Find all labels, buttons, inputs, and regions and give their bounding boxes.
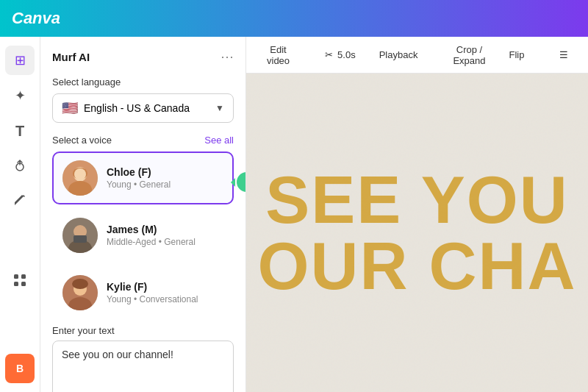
- voice-card-kylie[interactable]: Kylie (F) Young • Conversational: [52, 266, 234, 319]
- canva-logo: Canva: [12, 9, 60, 28]
- svg-point-17: [72, 279, 88, 289]
- svg-rect-3: [14, 282, 18, 286]
- crop-expand-label: Crop / Expand: [453, 44, 485, 66]
- topbar: Canva: [0, 0, 588, 37]
- sidebar-icon-draw[interactable]: [5, 187, 35, 216]
- sidebar-icon-grid[interactable]: ⊞: [5, 46, 35, 75]
- edit-video-button[interactable]: Edit video: [258, 40, 298, 71]
- chevron-down-icon: ▼: [215, 103, 224, 113]
- murf-ai-panel: Murf AI ⋯ Select language 🇺🇸 English - U…: [40, 37, 246, 392]
- language-flag: 🇺🇸: [62, 100, 78, 116]
- sidebar-icon-elements[interactable]: ✦: [5, 81, 35, 110]
- edit-video-label: Edit video: [267, 44, 290, 66]
- canvas-text-line2: OUR CHA: [258, 233, 577, 299]
- playback-button[interactable]: Playback: [370, 45, 427, 65]
- sidebar-icon-brand[interactable]: B: [5, 354, 35, 383]
- chloe-name: Chloe (F): [107, 166, 171, 178]
- canvas-text: SEE YOU OUR CHA: [258, 167, 577, 299]
- text-area-wrapper: 18/1000: [52, 341, 234, 392]
- kylie-name: Kylie (F): [107, 281, 198, 293]
- language-dropdown[interactable]: 🇺🇸 English - US & Canada ▼: [52, 93, 234, 123]
- apps-icon: [12, 272, 28, 292]
- canvas-area: SEE YOU OUR CHA: [246, 74, 588, 392]
- text-input[interactable]: [62, 349, 224, 392]
- james-info: James (M) Middle-Aged • General: [107, 224, 196, 247]
- kylie-info: Kylie (F) Young • Conversational: [107, 281, 198, 304]
- video-toolbar: Edit video ✂ 5.0s Playback Crop / Expand…: [246, 37, 588, 74]
- language-section-label: Select language: [52, 76, 234, 88]
- menu-icon: ☰: [559, 49, 568, 60]
- kylie-avatar: [62, 275, 98, 310]
- james-desc: Middle-Aged • General: [107, 237, 196, 247]
- sidebar-icon-upload[interactable]: [5, 152, 35, 181]
- svg-rect-2: [21, 274, 26, 279]
- sidebar-icon-text[interactable]: T: [5, 116, 35, 146]
- draw-icon: [12, 193, 27, 211]
- chloe-info: Chloe (F) Young • General: [107, 166, 171, 190]
- flip-label: Flip: [509, 49, 525, 60]
- language-name: English - US & Canada: [84, 102, 190, 114]
- canvas-text-line1: SEE YOU: [258, 167, 577, 233]
- svg-point-9: [74, 168, 86, 180]
- grid-icon: ⊞: [15, 52, 26, 68]
- text-section: Enter your text 18/1000: [52, 325, 234, 392]
- kollins-tooltip: Kollins: [237, 172, 246, 192]
- canvas-background: SEE YOU OUR CHA: [246, 74, 588, 392]
- flip-button[interactable]: Flip: [501, 45, 534, 65]
- voice-card-chloe[interactable]: Chloe (F) Young • General: [52, 152, 234, 204]
- voice-section-header: Select a voice See all: [52, 135, 234, 146]
- upload-icon: [12, 157, 28, 177]
- voice-section-label: Select a voice: [52, 135, 112, 146]
- volume-button[interactable]: 🔊: [583, 45, 588, 65]
- enter-text-label: Enter your text: [52, 325, 234, 336]
- chloe-voice-container: Chloe (F) Young • General Kollins: [52, 152, 234, 204]
- duration-label: 5.0s: [337, 49, 356, 60]
- kylie-desc: Young • Conversational: [107, 294, 198, 304]
- chloe-avatar: [62, 160, 98, 196]
- svg-rect-1: [14, 274, 18, 279]
- menu-button[interactable]: ☰: [551, 45, 577, 65]
- sidebar-icon-apps[interactable]: [5, 268, 35, 297]
- brand-icon: B: [16, 363, 24, 374]
- chloe-desc: Young • General: [107, 179, 171, 190]
- elements-icon: ✦: [15, 88, 26, 104]
- scissors-icon: ✂: [325, 49, 333, 60]
- panel-header: Murf AI ⋯: [52, 49, 234, 65]
- svg-rect-13: [74, 235, 87, 243]
- panel-title: Murf AI: [52, 51, 90, 63]
- svg-rect-4: [21, 282, 26, 286]
- sidebar: ⊞ ✦ T B: [0, 37, 40, 392]
- text-icon: T: [15, 123, 24, 140]
- james-avatar: [62, 218, 98, 253]
- voice-card-james[interactable]: James (M) Middle-Aged • General: [52, 209, 234, 262]
- james-name: James (M): [107, 224, 196, 235]
- see-all-button[interactable]: See all: [204, 135, 234, 146]
- playback-label: Playback: [379, 49, 418, 60]
- panel-options-button[interactable]: ⋯: [220, 49, 234, 65]
- crop-expand-button[interactable]: Crop / Expand: [444, 40, 494, 71]
- scissors-button[interactable]: ✂ 5.0s: [316, 45, 365, 65]
